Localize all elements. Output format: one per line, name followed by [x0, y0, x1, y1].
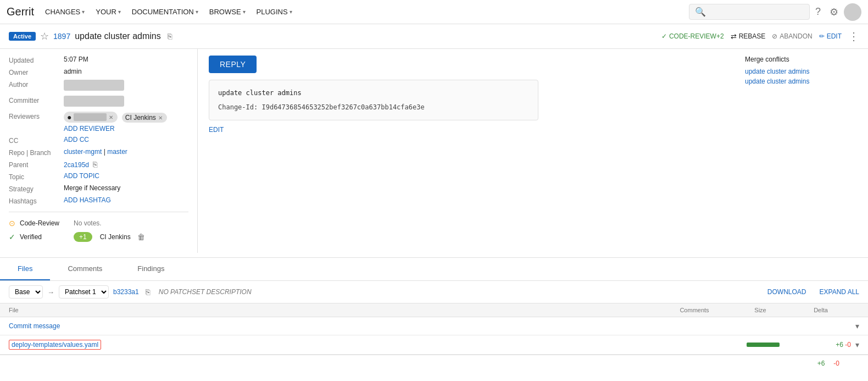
total-delta-add: +6 [817, 360, 825, 367]
main-content: Updated 5:07 PM Owner admin Author Commi… [0, 49, 868, 253]
help-button[interactable]: ? [812, 3, 824, 21]
parent-hash-link[interactable]: 2ca195d [64, 161, 89, 169]
topic-label: Topic [9, 172, 64, 181]
app-logo: Gerrit [7, 5, 34, 18]
search-box[interactable]: 🔍 [689, 4, 810, 20]
tab-files-label: Files [18, 264, 32, 273]
documentation-chevron-icon: ▾ [196, 9, 198, 15]
change-title: update cluster admins [75, 31, 161, 41]
conflict-link-1[interactable]: update cluster admins [745, 68, 859, 75]
add-topic-link[interactable]: ADD TOPIC [64, 172, 99, 180]
remove-vote-icon[interactable]: 🗑 [137, 233, 145, 241]
tab-files[interactable]: Files [0, 258, 50, 280]
edit-button[interactable]: ✏ EDIT [819, 32, 842, 40]
remove-reviewer-1-icon[interactable]: ✕ [109, 114, 113, 120]
commit-message-title: update cluster admins [218, 89, 529, 97]
verified-vote-row: ✓ Verified +1 CI Jenkins 🗑 [9, 232, 188, 242]
reply-button[interactable]: REPLY [209, 56, 257, 73]
add-cc-link[interactable]: ADD CC [64, 136, 89, 143]
remove-reviewer-ci-icon[interactable]: ✕ [158, 115, 163, 121]
cc-value: ADD CC [64, 136, 188, 143]
clock-icon: ⊙ [9, 219, 15, 228]
nav-plugins[interactable]: PLUGINS ▾ [252, 5, 297, 18]
change-number[interactable]: 1897 [53, 32, 70, 41]
add-hashtag-link[interactable]: ADD HASHTAG [64, 196, 111, 204]
plugins-chevron-icon: ▾ [290, 9, 292, 15]
status-badge: Active [9, 32, 36, 41]
avatar[interactable] [844, 3, 861, 21]
values-yaml-delta-del: -0 [845, 341, 851, 349]
star-icon[interactable]: ☆ [40, 30, 49, 42]
conflict-link-2[interactable]: update cluster admins [745, 78, 859, 85]
tab-comments-label: Comments [68, 264, 102, 273]
code-review-label: CODE-REVIEW+2 [669, 32, 724, 40]
code-review-no-votes: No votes. [74, 219, 102, 227]
tab-comments[interactable]: Comments [50, 258, 120, 280]
author-value [64, 80, 188, 92]
ci-jenkins-name: CI Jenkins [125, 114, 156, 122]
patchset-hash-link[interactable]: b3233a1 [113, 288, 139, 296]
repo-link[interactable]: cluster-mgmt [64, 148, 102, 156]
browse-chevron-icon: ▾ [243, 9, 246, 15]
add-reviewer-link[interactable]: ADD REVIEWER [64, 125, 115, 132]
values-yaml-size-bar [730, 343, 796, 347]
reviewers-value: ● ✕ CI Jenkins ✕ ADD REVIEWER [64, 112, 188, 132]
table-row[interactable]: deploy-templates/values.yaml +6 -0 ▾ [0, 335, 868, 355]
hashtags-value: ADD HASHTAG [64, 196, 188, 204]
total-delta-del: -0 [833, 360, 839, 367]
merge-conflicts-title: Merge conflicts [745, 56, 859, 63]
tab-findings[interactable]: Findings [120, 258, 182, 280]
reviewer-chip-ci: CI Jenkins ✕ [122, 113, 167, 123]
download-button[interactable]: DOWNLOAD [767, 288, 806, 296]
left-panel: Updated 5:07 PM Owner admin Author Commi… [0, 49, 198, 253]
settings-icon[interactable]: ⚙ [826, 3, 842, 21]
files-column-header: File Comments Size Delta [0, 303, 868, 317]
values-yaml-name: deploy-templates/values.yaml [9, 340, 101, 350]
hashtags-label: Hashtags [9, 196, 64, 205]
strategy-label: Strategy [9, 184, 64, 193]
nav-documentation-label: DOCUMENTATION [132, 8, 194, 16]
arrow-right-icon: → [47, 288, 54, 296]
copy-title-icon[interactable]: ⎘ [168, 32, 172, 41]
commit-edit-link[interactable]: EDIT [209, 126, 725, 134]
copy-hash-icon[interactable]: ⎘ [146, 288, 150, 296]
values-yaml-chevron-icon: ▾ [855, 340, 859, 349]
change-header: Active ☆ 1897 update cluster admins ⎘ ✓ … [0, 24, 868, 49]
committer-label: Committer [9, 96, 64, 104]
rebase-icon: ⇄ [731, 32, 737, 41]
table-row[interactable]: Commit message ▾ [0, 317, 868, 335]
size-bar-fill [747, 343, 780, 347]
patchset-select[interactable]: Patchset 1 [59, 285, 109, 299]
rebase-label: REBASE [739, 32, 766, 40]
verified-chip-value: +1 [79, 233, 87, 241]
expand-all-button[interactable]: EXPAND ALL [820, 288, 859, 296]
owner-value: admin [64, 68, 188, 75]
cc-label: CC [9, 136, 64, 145]
commit-message-box: update cluster admins Change-Id: I9d6473… [209, 80, 538, 120]
top-navigation: Gerrit CHANGES ▾ YOUR ▾ DOCUMENTATION ▾ … [0, 0, 868, 24]
totals-row: +6 -0 [0, 355, 868, 372]
rebase-button[interactable]: ⇄ REBASE [731, 32, 766, 41]
copy-parent-icon[interactable]: ⎘ [93, 160, 97, 169]
verified-vote-name: Verified [20, 233, 69, 241]
repo-branch-value: cluster-mgmt | master [64, 148, 188, 156]
branch-link[interactable]: master [107, 148, 127, 156]
nav-changes[interactable]: CHANGES ▾ [41, 5, 89, 18]
tab-findings-label: Findings [137, 264, 164, 273]
nav-your[interactable]: YOUR ▾ [91, 5, 125, 18]
base-select[interactable]: Base [9, 285, 43, 299]
code-review-button[interactable]: ✓ CODE-REVIEW+2 [661, 32, 724, 40]
col-delta-header: Delta [793, 307, 848, 313]
tabs-bar: Files Comments Findings [0, 258, 868, 281]
col-size-header: Size [727, 307, 793, 313]
checkmark-icon: ✓ [661, 32, 667, 40]
more-actions-icon[interactable]: ⋮ [848, 30, 859, 43]
nav-browse[interactable]: BROWSE ▾ [205, 5, 250, 18]
abandon-button[interactable]: ⊘ ABANDON [772, 32, 812, 40]
committer-value [64, 96, 188, 108]
values-yaml-delta: +6 -0 [796, 341, 851, 349]
commit-change-id: Change-Id: I9d64736854653252bef3267c0a63… [218, 103, 529, 111]
parent-label: Parent [9, 160, 64, 169]
files-header: Base → Patchset 1 b3233a1 ⎘ NO PATCHSET … [0, 281, 868, 303]
nav-documentation[interactable]: DOCUMENTATION ▾ [127, 5, 203, 18]
